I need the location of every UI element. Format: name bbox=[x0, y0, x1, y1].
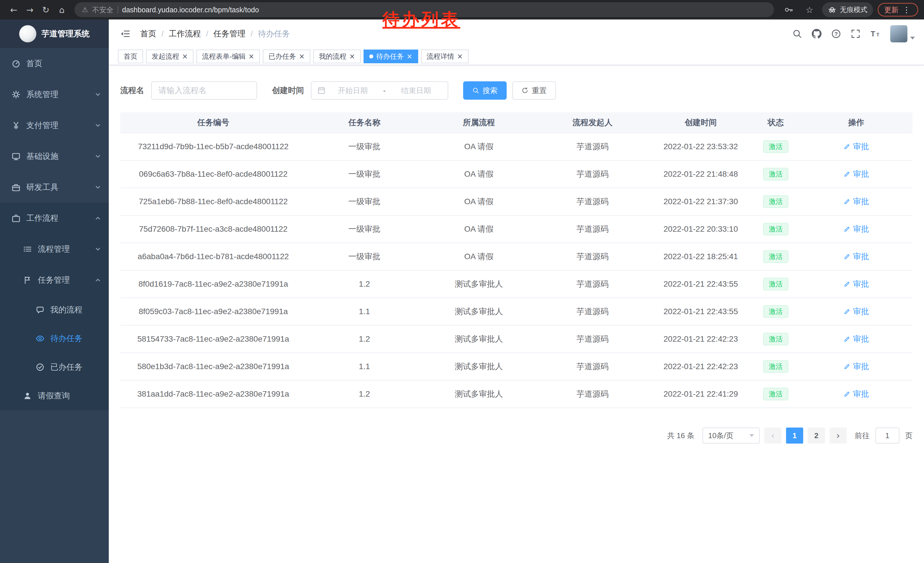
page-unit-label: 页 bbox=[905, 431, 912, 441]
github-icon[interactable] bbox=[812, 29, 822, 39]
tab-home[interactable]: 首页 bbox=[118, 50, 143, 63]
update-button[interactable]: 更新 ⋮ bbox=[878, 3, 918, 17]
approve-link[interactable]: 审批 bbox=[843, 389, 869, 399]
sidebar-item-home[interactable]: 首页 bbox=[0, 48, 109, 79]
sidebar-item-dev-tools[interactable]: 研发工具 bbox=[0, 172, 109, 203]
approve-link-label: 审批 bbox=[853, 361, 869, 372]
prev-page-button[interactable]: ‹ bbox=[764, 428, 782, 444]
font-size-icon[interactable]: TT bbox=[870, 29, 880, 39]
page-1-button[interactable]: 1 bbox=[786, 428, 803, 444]
task-name-text: 一级审批 bbox=[348, 142, 380, 151]
edit-icon bbox=[843, 335, 851, 343]
close-icon[interactable]: × bbox=[249, 53, 254, 60]
edit-icon bbox=[843, 308, 851, 315]
sidebar-item-system[interactable]: 系统管理 bbox=[0, 79, 109, 110]
approve-link-label: 审批 bbox=[853, 224, 869, 234]
tab-start-process[interactable]: 发起流程 × bbox=[146, 50, 194, 63]
sidebar-item-payment[interactable]: 支付管理 bbox=[0, 110, 109, 141]
cell-actions: 审批 bbox=[800, 215, 912, 243]
breadcrumb: 首页 / 工作流程 / 任务管理 / 待办任务 bbox=[140, 29, 290, 39]
home-icon[interactable]: ⌂ bbox=[54, 2, 70, 18]
sidebar-item-done-tasks[interactable]: 已办任务 bbox=[0, 353, 109, 381]
reload-icon[interactable]: ↻ bbox=[38, 2, 54, 18]
process-name-input[interactable] bbox=[151, 81, 257, 100]
breadcrumb-task-management[interactable]: 任务管理 bbox=[213, 29, 246, 39]
key-icon[interactable] bbox=[781, 2, 797, 18]
total-count: 共 16 条 bbox=[667, 431, 694, 441]
app-logo[interactable]: 芋道管理系统 bbox=[0, 20, 109, 48]
approve-link[interactable]: 审批 bbox=[843, 279, 869, 290]
url-text: dashboard.yudao.iocoder.cn/bpm/task/todo bbox=[122, 6, 259, 14]
sidebar-item-todo-tasks[interactable]: 待办任务 bbox=[0, 324, 109, 353]
date-range-picker[interactable]: 开始日期 - 结束日期 bbox=[311, 81, 448, 100]
search-icon[interactable] bbox=[792, 29, 802, 39]
page-size-select[interactable]: 10条/页 bbox=[702, 428, 760, 444]
next-page-button[interactable]: › bbox=[830, 428, 847, 444]
sidebar-item-label: 工作流程 bbox=[26, 213, 58, 224]
task-name-text: 1.1 bbox=[359, 362, 370, 371]
close-icon[interactable]: × bbox=[406, 53, 412, 60]
approve-link[interactable]: 审批 bbox=[843, 224, 869, 234]
page-2-button[interactable]: 2 bbox=[808, 428, 825, 444]
tab-form-edit[interactable]: 流程表单-编辑 × bbox=[196, 50, 260, 63]
close-icon[interactable]: × bbox=[299, 53, 304, 60]
breadcrumb-home[interactable]: 首页 bbox=[140, 29, 156, 39]
approve-link[interactable]: 审批 bbox=[843, 169, 869, 180]
back-icon[interactable]: ← bbox=[6, 2, 22, 18]
sidebar: 芋道管理系统 首页 系统管理 支付管理 基础设施 bbox=[0, 20, 109, 563]
fullscreen-icon[interactable] bbox=[851, 29, 861, 39]
cell-initiator: 芋道源码 bbox=[535, 298, 650, 325]
sidebar-item-workflow[interactable]: 工作流程 bbox=[0, 203, 109, 234]
cell-process: OA 请假 bbox=[423, 188, 535, 215]
close-icon[interactable]: × bbox=[182, 53, 188, 60]
sidebar-item-leave-query[interactable]: 请假查询 bbox=[0, 381, 109, 410]
address-bar[interactable]: ⚠ 不安全 dashboard.yudao.iocoder.cn/bpm/tas… bbox=[74, 2, 774, 17]
sidebar-item-label: 我的流程 bbox=[50, 305, 82, 315]
task-id-text: 725a1eb6-7b88-11ec-8ef0-acde48001122 bbox=[139, 197, 288, 206]
close-icon[interactable]: × bbox=[349, 53, 355, 60]
sidebar-item-task-management[interactable]: 任务管理 bbox=[0, 264, 109, 296]
create-time-text: 2022-01-21 22:42:23 bbox=[663, 335, 738, 343]
reset-button[interactable]: 重置 bbox=[512, 81, 556, 100]
status-badge: 激活 bbox=[763, 388, 788, 400]
tab-my-process[interactable]: 我的流程 × bbox=[313, 50, 361, 63]
star-icon[interactable]: ☆ bbox=[801, 2, 818, 18]
initiator-text: 芋道源码 bbox=[576, 307, 609, 316]
close-icon[interactable]: × bbox=[457, 53, 463, 60]
initiator-text: 芋道源码 bbox=[576, 142, 609, 151]
sidebar-item-infrastructure[interactable]: 基础设施 bbox=[0, 141, 109, 172]
approve-link[interactable]: 审批 bbox=[843, 251, 869, 262]
approve-link[interactable]: 审批 bbox=[843, 361, 869, 372]
svg-text:T: T bbox=[876, 32, 879, 37]
approve-link[interactable]: 审批 bbox=[843, 306, 869, 317]
process-text: OA 请假 bbox=[464, 170, 494, 179]
navbar-actions: ? TT bbox=[792, 25, 915, 42]
user-avatar[interactable] bbox=[890, 25, 915, 42]
cell-create-time: 2022-01-21 22:42:23 bbox=[650, 353, 752, 380]
tab-process-detail[interactable]: 流程详情 × bbox=[421, 50, 469, 63]
approve-link[interactable]: 审批 bbox=[843, 333, 869, 344]
menu-kebab-icon[interactable]: ⋮ bbox=[903, 5, 912, 15]
tab-done-tasks[interactable]: 已办任务 × bbox=[263, 50, 310, 63]
chrome-actions: ☆ 无痕模式 更新 ⋮ bbox=[778, 2, 918, 18]
help-icon[interactable]: ? bbox=[831, 29, 841, 39]
breadcrumb-separator: / bbox=[162, 29, 164, 38]
goto-page-input[interactable] bbox=[875, 428, 899, 444]
forward-icon[interactable]: → bbox=[22, 2, 38, 18]
tab-label: 流程表单-编辑 bbox=[202, 52, 246, 61]
sidebar-item-process-management[interactable]: 流程管理 bbox=[0, 234, 109, 264]
tab-todo-tasks[interactable]: 待办任务 × bbox=[363, 50, 418, 63]
chevron-down-icon bbox=[749, 434, 754, 437]
hamburger-icon[interactable] bbox=[118, 29, 132, 39]
incognito-icon bbox=[828, 6, 836, 14]
approve-link[interactable]: 审批 bbox=[843, 141, 869, 152]
cell-status: 激活 bbox=[752, 298, 800, 325]
initiator-text: 芋道源码 bbox=[576, 252, 609, 261]
approve-link[interactable]: 审批 bbox=[843, 196, 869, 207]
breadcrumb-workflow[interactable]: 工作流程 bbox=[169, 29, 201, 39]
create-time-text: 2022-01-22 20:33:10 bbox=[663, 225, 738, 233]
cell-actions: 审批 bbox=[800, 188, 912, 215]
sidebar-item-my-process[interactable]: 我的流程 bbox=[0, 296, 109, 324]
search-button[interactable]: 搜索 bbox=[463, 81, 507, 100]
cell-task-id: 75d72608-7b7f-11ec-a3c8-acde48001122 bbox=[120, 215, 306, 243]
